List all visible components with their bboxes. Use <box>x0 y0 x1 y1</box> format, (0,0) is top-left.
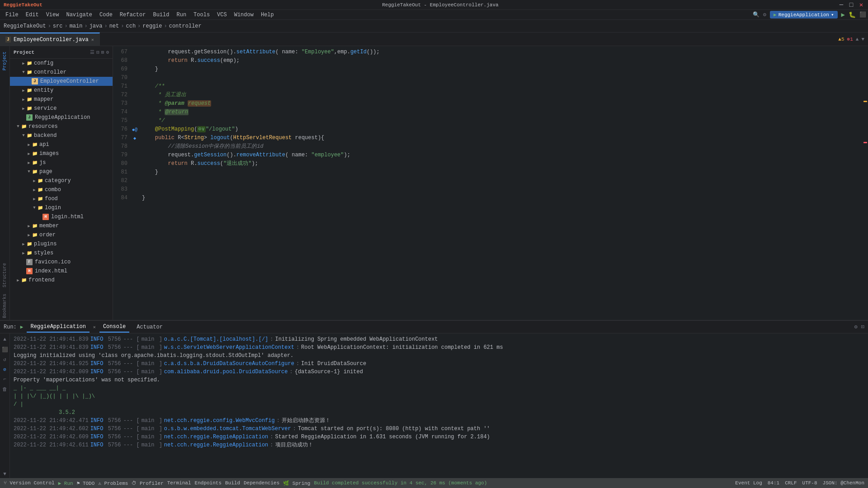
log-class-4[interactable]: com.alibaba.druid.pool.DruidDataSource <box>164 368 288 376</box>
log-class-8[interactable]: net.cch.reggie.ReggieApplication <box>164 441 268 449</box>
run-filter-btn[interactable]: ⊘ <box>1 365 9 373</box>
search-everywhere-icon[interactable]: 🔍 <box>753 11 760 18</box>
tree-item-favicon[interactable]: F favicon.ico <box>10 258 113 267</box>
tab-close-icon[interactable]: ✕ <box>91 37 94 42</box>
tree-expand-icon[interactable]: ⊞ <box>101 49 104 55</box>
code-lines[interactable]: request.getSession().setAttribute( name:… <box>138 46 862 320</box>
tree-item-order[interactable]: ▶ 📁 order <box>10 230 113 239</box>
tree-settings-icon[interactable]: ☰ <box>90 49 94 55</box>
log-class-6[interactable]: o.s.b.w.embedded.tomcat.TomcatWebServer <box>164 425 291 433</box>
path-reggietakeout[interactable]: ReggieTakeOut <box>4 23 46 29</box>
tree-item-entity[interactable]: ▶ 📁 entity <box>10 86 113 95</box>
problems-btn[interactable]: ⚠ Problems <box>98 480 128 486</box>
spring-btn[interactable]: 🌿 Spring <box>283 480 310 486</box>
run-tab-actuator[interactable]: Actuator <box>133 322 166 332</box>
todo-btn[interactable]: ⚑ TODO <box>77 480 95 486</box>
structure-panel-icon[interactable]: Structure <box>2 261 7 289</box>
line-col-indicator[interactable]: 84:1 <box>768 480 779 486</box>
run-status-btn[interactable]: ▶ Run <box>58 480 73 486</box>
menu-code[interactable]: Code <box>96 10 116 20</box>
menu-tools[interactable]: Tools <box>190 10 213 20</box>
run-scroll-up-btn[interactable]: ▲ <box>1 335 9 343</box>
encoding-indicator[interactable]: UTF-8 <box>802 480 817 486</box>
run-scroll-down-btn[interactable]: ▼ <box>1 470 9 478</box>
stop-icon[interactable]: ⬛ <box>859 11 866 18</box>
tree-item-page[interactable]: ▼ 📁 page <box>10 167 113 176</box>
run-app-name[interactable]: ReggieApplication <box>27 322 89 333</box>
scroll-up-icon[interactable]: ▲ <box>856 37 859 42</box>
menu-run[interactable]: Run <box>173 10 190 20</box>
tree-item-index-html[interactable]: H index.html <box>10 267 113 276</box>
tree-item-login-html[interactable]: H login.html <box>10 212 113 221</box>
tree-item-plugins[interactable]: ▶ 📁 plugins <box>10 239 113 249</box>
menu-build[interactable]: Build <box>149 10 173 20</box>
profiler-btn[interactable]: ⏱ Profiler <box>132 480 163 486</box>
run-play-icon[interactable]: ▶ <box>841 11 845 19</box>
tree-item-controller[interactable]: ▼ 📁 controller <box>10 68 113 77</box>
menu-refactor[interactable]: Refactor <box>116 10 150 20</box>
menu-help[interactable]: Help <box>257 10 278 20</box>
dependencies-btn[interactable]: Dependencies <box>244 480 279 486</box>
run-soft-wrap-btn[interactable]: ⌐ <box>1 375 9 383</box>
tree-item-mapper[interactable]: ▶ 📁 mapper <box>10 95 113 104</box>
terminal-btn[interactable]: Terminal <box>167 480 191 486</box>
debug-icon[interactable]: 🐛 <box>849 11 856 19</box>
tab-employee-controller[interactable]: J EmployeeController.java ✕ <box>0 33 100 46</box>
tree-item-combo[interactable]: ▶ 📁 combo <box>10 185 113 194</box>
project-panel-icon[interactable]: Project <box>2 50 7 72</box>
scroll-down-icon[interactable]: ▼ <box>861 37 864 42</box>
run-tab-close[interactable]: ✕ <box>93 324 96 330</box>
run-settings-icon[interactable]: ⚙ <box>854 324 858 330</box>
log-class-7[interactable]: net.cch.reggie.ReggieApplication <box>164 433 268 441</box>
tree-item-js[interactable]: ▶ 📁 js <box>10 158 113 167</box>
path-controller[interactable]: controller <box>169 23 202 29</box>
menu-file[interactable]: File <box>2 10 22 20</box>
bookmarks-panel-icon[interactable]: Bookmarks <box>2 292 7 320</box>
tree-item-api[interactable]: ▶ 📁 api <box>10 140 113 149</box>
menu-edit[interactable]: Edit <box>22 10 42 20</box>
menu-vcs[interactable]: VCS <box>213 10 231 20</box>
path-main[interactable]: main <box>70 23 83 29</box>
tree-item-member[interactable]: ▶ 📁 member <box>10 221 113 230</box>
tree-item-config[interactable]: ▶ 📁 config <box>10 59 113 68</box>
indent-indicator[interactable]: JSON: @ChenMon <box>823 480 864 486</box>
endpoints-btn[interactable]: Endpoints <box>195 480 222 486</box>
line-ending-indicator[interactable]: CRLF <box>785 480 797 486</box>
minimize-button[interactable]: ─ <box>838 2 844 8</box>
log-class-3[interactable]: c.a.d.s.b.a.DruidDataSourceAutoConfigure <box>164 360 294 368</box>
menu-view[interactable]: View <box>42 10 63 20</box>
tree-item-login[interactable]: ▼ 📁 login <box>10 203 113 212</box>
build-btn[interactable]: Build <box>225 480 240 486</box>
tree-item-images[interactable]: ▶ 📁 images <box>10 149 113 158</box>
version-control-btn[interactable]: ⑂ Version Control <box>4 480 55 486</box>
log-class-2[interactable]: w.s.c.ServletWebServerApplicationContext <box>164 343 294 352</box>
tree-item-category[interactable]: ▶ 📁 category <box>10 176 113 185</box>
log-class-5[interactable]: net.cch.reggie.config.WebMvcConfig <box>164 417 275 425</box>
tree-item-employee-controller[interactable]: J EmployeeController <box>10 77 113 86</box>
run-clear-btn[interactable]: 🗑 <box>1 385 9 393</box>
run-layout-icon[interactable]: ⊡ <box>861 324 864 330</box>
tree-item-styles[interactable]: ▶ 📁 styles <box>10 249 113 258</box>
tree-collapse-icon[interactable]: ⊟ <box>96 49 99 55</box>
tree-item-reggie-app[interactable]: J ReggieApplication <box>10 113 113 122</box>
close-button[interactable]: ✕ <box>858 2 864 8</box>
path-net[interactable]: net <box>109 23 119 29</box>
run-stop-btn[interactable]: ⬛ <box>1 345 9 353</box>
console-area[interactable]: 2022-11-22 21:49:41.839 INFO 5756 --- [ … <box>10 333 868 478</box>
menu-window[interactable]: Window <box>231 10 257 20</box>
path-src[interactable]: src <box>53 23 63 29</box>
run-config-button[interactable]: ▶ ReggieApplication ▾ <box>770 11 837 19</box>
tree-item-backend[interactable]: ▼ 📁 backend <box>10 131 113 140</box>
menu-navigate[interactable]: Navigate <box>62 10 96 20</box>
settings-icon[interactable]: ⚙ <box>763 11 766 18</box>
tree-item-service[interactable]: ▶ 📁 service <box>10 104 113 113</box>
maximize-button[interactable]: □ <box>848 2 854 8</box>
tree-item-frontend[interactable]: ▶ 📁 frontend <box>10 276 113 285</box>
log-class-1[interactable]: o.a.c.C.[Tomcat].[localhost].[/] <box>164 335 268 343</box>
tree-item-food[interactable]: ▶ 📁 food <box>10 194 113 203</box>
path-cch[interactable]: cch <box>126 23 136 29</box>
path-reggie[interactable]: reggie <box>142 23 162 29</box>
run-tab-console[interactable]: Console <box>99 322 129 333</box>
event-log-btn[interactable]: Event Log <box>735 480 762 486</box>
path-java[interactable]: java <box>90 23 103 29</box>
